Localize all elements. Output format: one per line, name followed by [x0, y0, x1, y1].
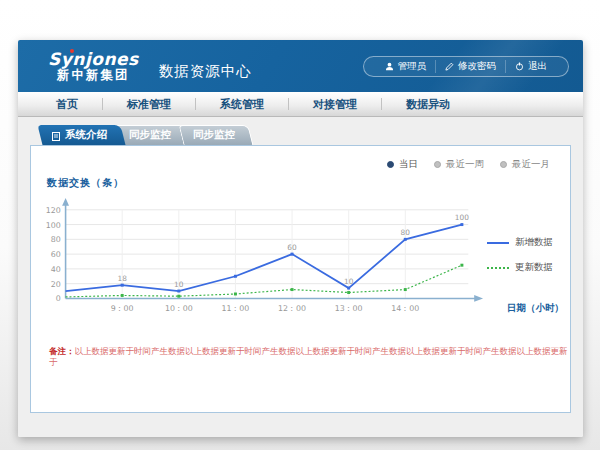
document-icon	[52, 126, 60, 145]
time-filter-option[interactable]: 当日	[387, 158, 418, 171]
edit-icon	[445, 62, 454, 71]
radio-icon	[500, 161, 507, 168]
line-chart: 0204060801001209：0010：0011：0012：0013：001…	[39, 192, 487, 330]
logo-brand-text: Synjones	[48, 51, 139, 69]
app-window: Synjones 新中新集团 数据资源中心 管理员 修改密码 退出	[18, 40, 583, 437]
nav-item-data-change[interactable]: 数据异动	[382, 97, 474, 112]
change-password-button[interactable]: 修改密码	[435, 60, 505, 73]
logout-button[interactable]: 退出	[505, 60, 556, 73]
chart-panel: 当日 最近一周 最近一月 数据交换（条） 0204060801001209：00…	[30, 145, 571, 413]
user-icon	[385, 62, 394, 71]
svg-text:60: 60	[287, 243, 297, 252]
svg-text:0: 0	[56, 294, 61, 303]
tab-sync-monitor-1[interactable]: 同步监控	[117, 125, 187, 145]
tab-bar: 系统介绍 同步监控 同步监控	[40, 125, 571, 145]
svg-text:10：00: 10：00	[165, 304, 193, 313]
user-menu: 管理员 修改密码 退出	[363, 56, 570, 77]
svg-text:10: 10	[174, 280, 184, 289]
svg-text:40: 40	[51, 265, 61, 274]
y-axis-title: 数据交换（条）	[47, 176, 570, 190]
svg-text:12：00: 12：00	[278, 304, 306, 313]
app-header: Synjones 新中新集团 数据资源中心 管理员 修改密码 退出	[18, 40, 583, 92]
svg-text:120: 120	[46, 206, 61, 215]
nav-item-home[interactable]: 首页	[32, 97, 102, 112]
page-title: 数据资源中心	[159, 62, 252, 81]
logo-company-name: 新中新集团	[48, 68, 139, 81]
content-area: 系统介绍 同步监控 同步监控 当日 最近一周	[18, 117, 583, 437]
current-user-button[interactable]: 管理员	[376, 60, 436, 73]
svg-text:18: 18	[118, 274, 128, 283]
logout-icon	[515, 62, 524, 71]
svg-text:11：00: 11：00	[221, 304, 249, 313]
svg-text:13：00: 13：00	[335, 304, 363, 313]
svg-text:100: 100	[46, 221, 61, 230]
main-nav: 首页 标准管理 系统管理 对接管理 数据异动	[18, 92, 583, 117]
company-logo: Synjones 新中新集团	[48, 51, 139, 82]
chart-container: 0204060801001209：0010：0011：0012：0013：001…	[31, 192, 570, 330]
time-filter-option[interactable]: 最近一月	[500, 158, 550, 171]
solid-line-icon	[487, 242, 509, 244]
svg-text:80: 80	[401, 228, 411, 237]
svg-text:14：00: 14：00	[391, 304, 419, 313]
radio-icon	[434, 161, 441, 168]
nav-item-standard-mgmt[interactable]: 标准管理	[103, 97, 195, 112]
svg-text:20: 20	[51, 280, 61, 289]
legend-item-updated-data: 更新数据	[487, 261, 569, 274]
x-axis-title: 日期（小时）	[507, 302, 564, 315]
radio-icon	[387, 161, 394, 168]
nav-item-system-mgmt[interactable]: 系统管理	[196, 97, 288, 112]
nav-item-interface-mgmt[interactable]: 对接管理	[289, 97, 381, 112]
footnote: 备注：以上数据更新于时间产生数据以上数据更新于时间产生数据以上数据更新于时间产生…	[31, 346, 570, 368]
svg-text:10: 10	[344, 277, 354, 286]
svg-text:60: 60	[51, 250, 61, 259]
footnote-text: 以上数据更新于时间产生数据以上数据更新于时间产生数据以上数据更新于时间产生数据以…	[49, 346, 568, 367]
dotted-line-icon	[487, 267, 509, 269]
svg-text:9：00: 9：00	[111, 304, 134, 313]
legend-item-new-data: 新增数据	[487, 236, 569, 249]
tab-sync-monitor-2[interactable]: 同步监控	[181, 125, 251, 145]
time-filter-option[interactable]: 最近一周	[434, 158, 484, 171]
tab-system-intro[interactable]: 系统介绍	[40, 125, 123, 145]
svg-text:100: 100	[455, 213, 469, 222]
time-filter-group: 当日 最近一周 最近一月	[387, 158, 550, 171]
svg-text:80: 80	[51, 235, 61, 244]
footnote-label: 备注：	[49, 346, 75, 356]
